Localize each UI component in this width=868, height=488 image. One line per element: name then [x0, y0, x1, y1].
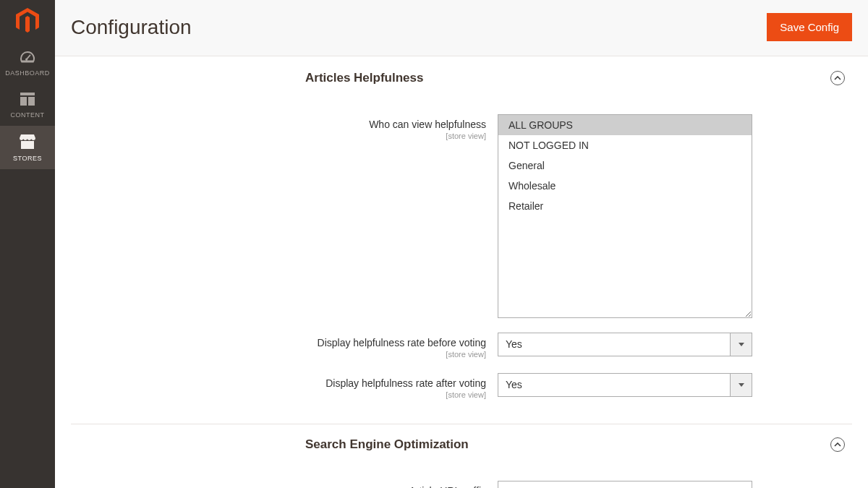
url-suffix-input[interactable]: [498, 481, 752, 488]
rate-after-select[interactable]: Yes: [498, 373, 752, 397]
multiselect-option[interactable]: ALL GROUPS: [498, 115, 752, 135]
field-display-rate-after-voting: Display helpfulness rate after voting [s…: [71, 373, 852, 399]
field-scope: [store view]: [71, 390, 486, 399]
section-body: Who can view helpfulness [store view] AL…: [71, 95, 852, 399]
collapse-toggle[interactable]: [830, 437, 845, 452]
section-header[interactable]: Search Engine Optimization: [71, 424, 852, 462]
field-label: Display helpfulness rate before voting […: [71, 333, 498, 359]
sidebar-item-label: STORES: [13, 155, 42, 162]
admin-sidebar: DASHBOARD CONTENT STORES: [0, 0, 55, 488]
section-title: Articles Helpfulness: [305, 71, 423, 85]
field-scope: [store view]: [71, 350, 486, 359]
multiselect-option[interactable]: Retailer: [498, 196, 752, 216]
chevron-up-icon: [834, 442, 841, 447]
field-display-rate-before-voting: Display helpfulness rate before voting […: [71, 333, 852, 359]
save-config-button[interactable]: Save Config: [767, 13, 852, 41]
field-article-url-suffix: Article URL suffix [store view]: [71, 481, 852, 488]
section-seo: Search Engine Optimization Article URL s…: [71, 414, 852, 488]
sidebar-item-content[interactable]: CONTENT: [0, 84, 55, 126]
magento-logo-icon: [16, 8, 39, 34]
select-arrow: [730, 374, 752, 396]
stores-icon: [20, 134, 35, 150]
multiselect-option[interactable]: Wholesale: [498, 176, 752, 196]
field-label: Display helpfulness rate after voting [s…: [71, 373, 498, 399]
select-value: Yes: [498, 333, 730, 356]
field-scope: [store view]: [71, 132, 486, 140]
rate-before-select[interactable]: Yes: [498, 333, 752, 356]
multiselect-option[interactable]: NOT LOGGED IN: [498, 135, 752, 155]
config-form: Articles Helpfulness Who can view helpfu…: [55, 56, 868, 488]
sidebar-item-label: DASHBOARD: [5, 69, 50, 77]
sidebar-item-label: CONTENT: [11, 111, 45, 119]
content-icon: [20, 93, 35, 107]
sidebar-item-dashboard[interactable]: DASHBOARD: [0, 42, 55, 84]
field-label: Who can view helpfulness [store view]: [71, 114, 498, 140]
section-articles-helpfulness: Articles Helpfulness Who can view helpfu…: [71, 56, 852, 399]
multiselect-option[interactable]: General: [498, 155, 752, 176]
main-content: Configuration Save Config Articles Helpf…: [55, 0, 868, 488]
chevron-up-icon: [834, 76, 841, 80]
select-arrow: [730, 333, 752, 356]
dashboard-icon: [20, 51, 35, 65]
caret-down-icon: [739, 383, 744, 387]
field-who-can-view-helpfulness: Who can view helpfulness [store view] AL…: [71, 114, 852, 318]
page-header: Configuration Save Config: [55, 0, 868, 56]
who-can-view-multiselect[interactable]: ALL GROUPS NOT LOGGED IN General Wholesa…: [498, 114, 752, 318]
section-body: Article URL suffix [store view]: [71, 462, 852, 488]
section-header[interactable]: Articles Helpfulness: [71, 67, 852, 95]
sidebar-item-stores[interactable]: STORES: [0, 126, 55, 169]
page-title: Configuration: [71, 16, 192, 39]
field-label: Article URL suffix [store view]: [71, 481, 498, 488]
caret-down-icon: [739, 343, 744, 346]
magento-logo[interactable]: [0, 0, 55, 42]
section-title: Search Engine Optimization: [305, 437, 469, 452]
collapse-toggle[interactable]: [830, 71, 845, 85]
select-value: Yes: [498, 374, 730, 396]
